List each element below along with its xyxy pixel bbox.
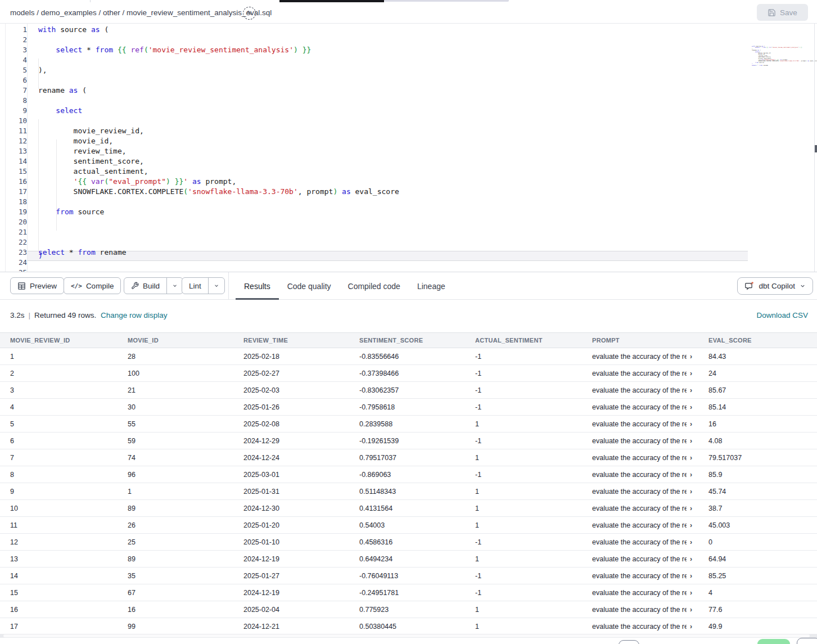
preview-button[interactable]: Preview [10,277,64,294]
table-row[interactable]: 6592024-12-29-0.19261539-1evaluate the a… [0,433,817,449]
action-toolbar: Preview </> Compile Build Lint ResultsCo… [0,272,817,300]
table-row[interactable]: 8962025-03-01-0.869063-1evaluate the acc… [0,466,817,483]
table-cell: 28 [128,353,243,361]
prompt-text: evaluate the accuracy of the res... [592,386,687,394]
expand-cell-icon[interactable]: › [690,438,692,444]
prompt-text: evaluate the accuracy of the res... [592,505,687,512]
code-token [38,177,74,186]
table-row[interactable]: 1282025-02-18-0.83556646-1evaluate the a… [0,348,817,365]
table-cell: 26 [128,521,243,529]
table-row[interactable]: 912025-01-310.511483431evaluate the accu… [0,483,817,500]
change-row-display-link[interactable]: Change row display [101,311,168,319]
tab-results[interactable]: Results [236,272,279,300]
column-header-sentiment_score[interactable]: SENTIMENT_SCORE [359,337,475,344]
prompt-text: evaluate the accuracy of the res... [592,538,687,546]
column-header-review_time[interactable]: REVIEW_TIME [243,337,359,344]
expand-cell-icon[interactable]: › [690,539,692,546]
table-cell: 2 [10,370,128,377]
expand-cell-icon[interactable]: › [690,404,692,411]
expand-cell-icon[interactable]: › [690,387,692,394]
expand-cell-icon[interactable]: › [690,589,692,596]
cutoff-bottom-button[interactable] [619,640,639,644]
table-row[interactable]: 17992024-12-210.503804451evaluate the ac… [0,618,817,635]
expand-cell-icon[interactable]: › [690,370,692,377]
table-cell: 9 [10,488,128,496]
compile-button[interactable]: </> Compile [64,277,121,294]
table-grid-icon [17,282,26,290]
code-token: , prompt [298,187,333,196]
dbt-copilot-button[interactable]: dbt Copilot [737,277,813,295]
table-row[interactable]: 10892024-12-300.41315641evaluate the acc… [0,500,817,517]
expand-cell-icon[interactable]: › [690,488,692,495]
download-csv-link[interactable]: Download CSV [756,311,808,319]
line-number: 6 [6,75,27,85]
code-line [38,116,752,126]
table-row[interactable]: 4302025-01-26-0.7958618-1evaluate the ac… [0,399,817,416]
tab-code-quality[interactable]: Code quality [279,272,340,300]
table-row[interactable]: 12252025-01-100.4586316-1evaluate the ac… [0,534,817,551]
expand-cell-icon[interactable]: › [690,573,692,579]
code-line [38,217,752,227]
code-token: with [38,25,56,34]
table-row[interactable]: 11262025-01-200.540031evaluate the accur… [0,517,817,534]
build-button[interactable]: Build [124,278,166,294]
code-line: movie_id, [38,136,752,146]
table-cell: 67 [128,589,243,597]
table-cell: 4.08 [708,437,817,445]
code-line [38,237,752,247]
toolbar-divider [228,272,229,299]
prompt-text: evaluate the accuracy of the res... [592,471,687,479]
minimap-line: select * from {{ ref('movie_review_senti… [752,47,805,48]
lint-button[interactable]: Lint [182,278,208,294]
prompt-text: evaluate the accuracy of the res... [592,572,687,580]
save-button[interactable]: Save [757,4,808,21]
expand-cell-icon[interactable]: › [690,454,692,461]
table-row[interactable]: 7742024-12-240.795170371evaluate the acc… [0,449,817,466]
expand-cell-icon[interactable]: › [690,556,692,562]
breadcrumb[interactable]: models / demo_examples / other / movie_r… [10,8,272,17]
expand-cell-icon[interactable]: › [690,606,692,613]
table-row[interactable]: 16162025-02-040.7759231evaluate the accu… [0,601,817,618]
code-content[interactable]: with source as ( select * from {{ ref('m… [38,25,752,272]
table-row[interactable]: 13892024-12-190.64942341evaluate the acc… [0,551,817,568]
save-button-label: Save [780,8,797,17]
expand-cell-icon[interactable]: › [690,505,692,512]
table-cell: 2025-01-31 [243,488,359,496]
column-header-eval_score[interactable]: EVAL_SCORE [708,337,817,344]
code-minimap[interactable]: with source as ( select * from {{ ref('m… [752,46,805,66]
expand-cell-icon[interactable]: › [690,623,692,630]
expand-cell-icon[interactable]: › [690,522,692,529]
tab-compiled-code[interactable]: Compiled code [340,272,409,300]
expand-cell-icon[interactable]: › [690,421,692,427]
table-row[interactable]: 5552025-02-080.28395881evaluate the accu… [0,416,817,433]
table-cell: 15 [10,589,128,597]
build-dropdown-toggle[interactable] [166,278,183,294]
edit-pencil-circle-icon[interactable]: ✎ [243,7,256,20]
editor-scrollbar-thumb[interactable] [815,145,817,152]
code-token [38,208,56,216]
table-cell: 85.14 [708,403,817,411]
preview-button-label: Preview [30,282,57,290]
sql-code-editor[interactable]: ) 12345678910111213141516171819202122232… [0,24,817,272]
column-header-actual_sentiment[interactable]: ACTUAL_SENTIMENT [475,337,592,344]
tab-lineage[interactable]: Lineage [409,272,454,300]
code-token: ) [294,46,298,54]
expand-cell-icon[interactable]: › [690,353,692,360]
column-header-movie_id[interactable]: MOVIE_ID [128,337,243,344]
line-number: 12 [6,136,27,146]
lint-dropdown-toggle[interactable] [208,278,224,294]
code-token: SNOWFLAKE.CORTEX.COMPLETE [38,187,183,196]
table-cell: 2024-12-30 [243,505,359,512]
table-row[interactable]: 21002025-02-27-0.37398466-1evaluate the … [0,365,817,382]
table-row[interactable]: 3212025-02-03-0.83062357-1evaluate the a… [0,382,817,399]
code-token: select [56,106,82,115]
cutoff-bottom-button[interactable] [797,638,817,644]
table-row[interactable]: 14352025-01-27-0.76049113-1evaluate the … [0,568,817,584]
expand-cell-icon[interactable]: › [690,471,692,478]
table-row[interactable]: 15672024-12-19-0.24951781-1evaluate the … [0,584,817,601]
column-header-movie_review_id[interactable]: MOVIE_REVIEW_ID [10,337,128,344]
horizontal-scrollbar-thumb[interactable] [3,634,810,637]
horizontal-scrollbar[interactable] [0,634,817,638]
column-header-prompt[interactable]: PROMPT [592,337,708,344]
code-token: {{ [78,177,87,186]
